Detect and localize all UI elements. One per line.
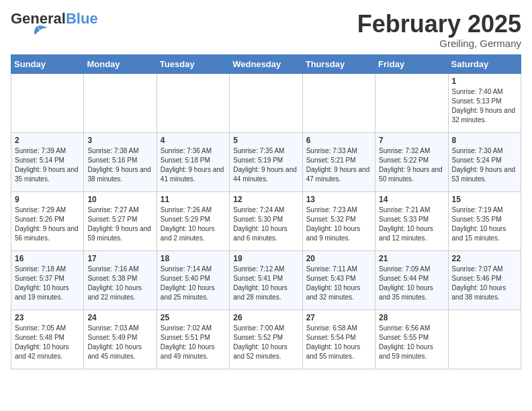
calendar-header-row: Sunday Monday Tuesday Wednesday Thursday… bbox=[11, 54, 521, 73]
day-number: 15 bbox=[452, 195, 517, 204]
day-info: Sunrise: 7:26 AM Sunset: 5:29 PM Dayligh… bbox=[161, 205, 226, 243]
day-info: Sunrise: 7:18 AM Sunset: 5:37 PM Dayligh… bbox=[15, 265, 80, 302]
calendar-cell bbox=[230, 73, 302, 132]
location-label: Greiling, Germany bbox=[357, 38, 521, 49]
day-info: Sunrise: 7:27 AM Sunset: 5:27 PM Dayligh… bbox=[87, 205, 152, 243]
calendar-cell: 11Sunrise: 7:26 AM Sunset: 5:29 PM Dayli… bbox=[157, 191, 229, 250]
day-number: 18 bbox=[161, 254, 226, 263]
calendar-week-row: 1Sunrise: 7:40 AM Sunset: 5:13 PM Daylig… bbox=[11, 73, 521, 132]
day-info: Sunrise: 7:30 AM Sunset: 5:24 PM Dayligh… bbox=[452, 146, 517, 184]
calendar-cell bbox=[11, 73, 84, 132]
calendar-cell: 22Sunrise: 7:07 AM Sunset: 5:46 PM Dayli… bbox=[448, 250, 521, 310]
col-monday: Monday bbox=[84, 54, 157, 73]
day-number: 21 bbox=[379, 254, 444, 263]
month-title: February 2025 bbox=[357, 11, 521, 38]
calendar-cell bbox=[302, 73, 375, 132]
day-number: 7 bbox=[379, 136, 444, 145]
day-info: Sunrise: 7:03 AM Sunset: 5:49 PM Dayligh… bbox=[87, 324, 152, 361]
day-info: Sunrise: 7:19 AM Sunset: 5:35 PM Dayligh… bbox=[452, 205, 517, 243]
calendar-cell: 13Sunrise: 7:23 AM Sunset: 5:32 PM Dayli… bbox=[302, 191, 375, 250]
day-number: 10 bbox=[87, 195, 152, 204]
day-number: 5 bbox=[233, 136, 298, 145]
calendar-week-row: 23Sunrise: 7:05 AM Sunset: 5:48 PM Dayli… bbox=[11, 310, 521, 369]
calendar-cell: 10Sunrise: 7:27 AM Sunset: 5:27 PM Dayli… bbox=[84, 191, 157, 250]
day-number: 13 bbox=[306, 195, 371, 204]
day-info: Sunrise: 7:11 AM Sunset: 5:43 PM Dayligh… bbox=[306, 265, 371, 302]
day-info: Sunrise: 7:38 AM Sunset: 5:16 PM Dayligh… bbox=[87, 146, 152, 184]
calendar-cell: 2Sunrise: 7:39 AM Sunset: 5:14 PM Daylig… bbox=[11, 132, 84, 191]
day-info: Sunrise: 7:00 AM Sunset: 5:52 PM Dayligh… bbox=[233, 324, 298, 361]
calendar-cell: 7Sunrise: 7:32 AM Sunset: 5:22 PM Daylig… bbox=[375, 132, 448, 191]
calendar-cell: 14Sunrise: 7:21 AM Sunset: 5:33 PM Dayli… bbox=[375, 191, 448, 250]
calendar-cell: 27Sunrise: 6:58 AM Sunset: 5:54 PM Dayli… bbox=[302, 310, 375, 369]
day-number: 12 bbox=[233, 195, 298, 204]
day-number: 16 bbox=[15, 254, 80, 263]
day-number: 27 bbox=[306, 313, 371, 322]
calendar-cell: 24Sunrise: 7:03 AM Sunset: 5:49 PM Dayli… bbox=[84, 310, 157, 369]
col-wednesday: Wednesday bbox=[230, 54, 302, 73]
calendar-cell: 3Sunrise: 7:38 AM Sunset: 5:16 PM Daylig… bbox=[84, 132, 157, 191]
col-saturday: Saturday bbox=[448, 54, 521, 73]
col-sunday: Sunday bbox=[11, 54, 84, 73]
calendar-cell: 19Sunrise: 7:12 AM Sunset: 5:41 PM Dayli… bbox=[230, 250, 302, 310]
calendar-cell: 18Sunrise: 7:14 AM Sunset: 5:40 PM Dayli… bbox=[157, 250, 229, 310]
calendar-cell: 6Sunrise: 7:33 AM Sunset: 5:21 PM Daylig… bbox=[302, 132, 375, 191]
col-thursday: Thursday bbox=[302, 54, 375, 73]
day-number: 1 bbox=[452, 77, 517, 86]
calendar-cell: 16Sunrise: 7:18 AM Sunset: 5:37 PM Dayli… bbox=[11, 250, 84, 310]
day-number: 14 bbox=[379, 195, 444, 204]
calendar-cell: 20Sunrise: 7:11 AM Sunset: 5:43 PM Dayli… bbox=[302, 250, 375, 310]
day-number: 4 bbox=[161, 136, 226, 145]
day-info: Sunrise: 6:58 AM Sunset: 5:54 PM Dayligh… bbox=[306, 324, 371, 361]
col-tuesday: Tuesday bbox=[157, 54, 229, 73]
day-info: Sunrise: 7:36 AM Sunset: 5:18 PM Dayligh… bbox=[161, 146, 226, 184]
day-number: 22 bbox=[452, 254, 517, 263]
calendar-cell: 25Sunrise: 7:02 AM Sunset: 5:51 PM Dayli… bbox=[157, 310, 229, 369]
day-info: Sunrise: 7:14 AM Sunset: 5:40 PM Dayligh… bbox=[161, 265, 226, 302]
title-block: February 2025 Greiling, Germany bbox=[357, 11, 521, 49]
day-number: 17 bbox=[87, 254, 152, 263]
calendar-cell: 15Sunrise: 7:19 AM Sunset: 5:35 PM Dayli… bbox=[448, 191, 521, 250]
col-friday: Friday bbox=[375, 54, 448, 73]
day-info: Sunrise: 7:24 AM Sunset: 5:30 PM Dayligh… bbox=[233, 205, 298, 243]
day-number: 25 bbox=[161, 313, 226, 322]
day-info: Sunrise: 7:35 AM Sunset: 5:19 PM Dayligh… bbox=[233, 146, 298, 184]
day-number: 19 bbox=[233, 254, 298, 263]
day-info: Sunrise: 7:29 AM Sunset: 5:26 PM Dayligh… bbox=[15, 205, 80, 243]
calendar-table: Sunday Monday Tuesday Wednesday Thursday… bbox=[11, 54, 521, 369]
calendar-cell: 4Sunrise: 7:36 AM Sunset: 5:18 PM Daylig… bbox=[157, 132, 229, 191]
day-info: Sunrise: 7:02 AM Sunset: 5:51 PM Dayligh… bbox=[161, 324, 226, 361]
day-info: Sunrise: 7:39 AM Sunset: 5:14 PM Dayligh… bbox=[15, 146, 80, 184]
calendar-cell: 28Sunrise: 6:56 AM Sunset: 5:55 PM Dayli… bbox=[375, 310, 448, 369]
day-number: 2 bbox=[15, 136, 80, 145]
day-info: Sunrise: 7:32 AM Sunset: 5:22 PM Dayligh… bbox=[379, 146, 444, 184]
calendar-week-row: 2Sunrise: 7:39 AM Sunset: 5:14 PM Daylig… bbox=[11, 132, 521, 191]
day-info: Sunrise: 7:09 AM Sunset: 5:44 PM Dayligh… bbox=[379, 265, 444, 302]
day-number: 24 bbox=[87, 313, 152, 322]
calendar-cell: 8Sunrise: 7:30 AM Sunset: 5:24 PM Daylig… bbox=[448, 132, 521, 191]
day-number: 3 bbox=[87, 136, 152, 145]
day-number: 11 bbox=[161, 195, 226, 204]
day-info: Sunrise: 6:56 AM Sunset: 5:55 PM Dayligh… bbox=[379, 324, 444, 361]
day-info: Sunrise: 7:12 AM Sunset: 5:41 PM Dayligh… bbox=[233, 265, 298, 302]
calendar-week-row: 9Sunrise: 7:29 AM Sunset: 5:26 PM Daylig… bbox=[11, 191, 521, 250]
page-header: GeneralBlue February 2025 Greiling, Germ… bbox=[11, 11, 521, 49]
calendar-week-row: 16Sunrise: 7:18 AM Sunset: 5:37 PM Dayli… bbox=[11, 250, 521, 310]
day-number: 20 bbox=[306, 254, 371, 263]
logo-bird-icon bbox=[11, 24, 51, 38]
day-number: 26 bbox=[233, 313, 298, 322]
calendar-cell bbox=[84, 73, 157, 132]
day-info: Sunrise: 7:23 AM Sunset: 5:32 PM Dayligh… bbox=[306, 205, 371, 243]
calendar-cell bbox=[157, 73, 229, 132]
calendar-cell bbox=[448, 310, 521, 369]
calendar-cell: 5Sunrise: 7:35 AM Sunset: 5:19 PM Daylig… bbox=[230, 132, 302, 191]
calendar-cell: 9Sunrise: 7:29 AM Sunset: 5:26 PM Daylig… bbox=[11, 191, 84, 250]
day-info: Sunrise: 7:05 AM Sunset: 5:48 PM Dayligh… bbox=[15, 324, 80, 361]
calendar-cell: 21Sunrise: 7:09 AM Sunset: 5:44 PM Dayli… bbox=[375, 250, 448, 310]
day-info: Sunrise: 7:33 AM Sunset: 5:21 PM Dayligh… bbox=[306, 146, 371, 184]
calendar-cell: 17Sunrise: 7:16 AM Sunset: 5:38 PM Dayli… bbox=[84, 250, 157, 310]
day-number: 23 bbox=[15, 313, 80, 322]
day-number: 8 bbox=[452, 136, 517, 145]
day-number: 6 bbox=[306, 136, 371, 145]
day-info: Sunrise: 7:40 AM Sunset: 5:13 PM Dayligh… bbox=[452, 87, 517, 125]
